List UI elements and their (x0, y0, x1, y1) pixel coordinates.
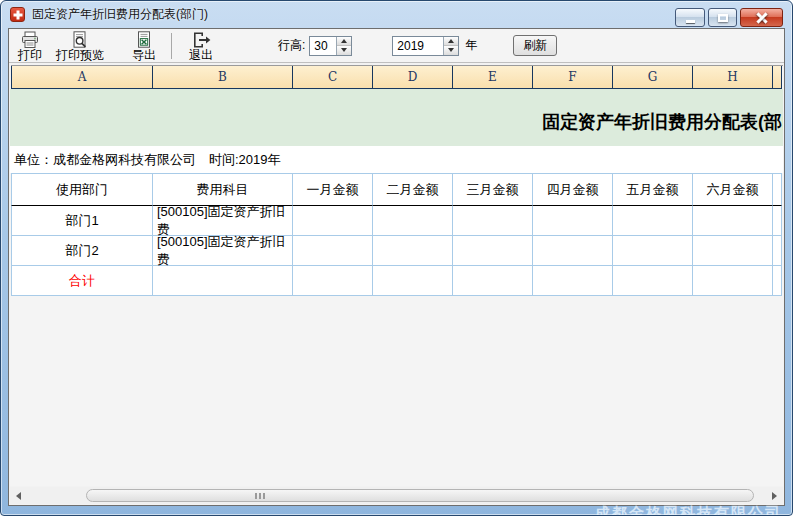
refresh-button[interactable]: 刷新 (513, 35, 557, 56)
total-account-cell[interactable] (153, 266, 293, 296)
page-magnifier-icon (70, 31, 90, 49)
down-arrow-icon (448, 48, 454, 52)
up-arrow-icon (448, 39, 454, 43)
dept-cell[interactable]: 部门2 (11, 236, 153, 266)
year-down-button[interactable] (444, 46, 458, 55)
exit-button[interactable]: 退出 (184, 29, 218, 62)
excel-page-icon (134, 31, 154, 49)
column-header-d[interactable]: D (373, 66, 453, 89)
amount-cell-partial[interactable] (773, 236, 782, 266)
print-button[interactable]: 打印 (13, 29, 47, 62)
watermark: 成都金格网科技有限公司 (595, 504, 782, 516)
spreadsheet: A B C D E F G H 固定资产年折旧费用分配表(部门) 单位：成都金格… (10, 65, 783, 486)
exit-label: 退出 (189, 49, 213, 61)
close-icon (755, 11, 768, 24)
scrollbar-track[interactable] (27, 487, 766, 504)
amount-cell[interactable] (693, 236, 773, 266)
total-amount-cell-partial[interactable] (773, 266, 782, 296)
account-cell[interactable]: [500105]固定资产折旧费 (153, 236, 293, 266)
header-month-3[interactable]: 三月金额 (453, 173, 533, 206)
amount-cell[interactable] (453, 236, 533, 266)
up-arrow-icon (341, 39, 347, 43)
arrow-exit-icon (190, 31, 212, 49)
header-month-4[interactable]: 四月金额 (533, 173, 613, 206)
export-button[interactable]: 导出 (127, 29, 161, 62)
table-row: 部门2 [500105]固定资产折旧费 (11, 236, 783, 266)
titlebar: 固定资产年折旧费用分配表(部门) (1, 1, 792, 28)
toolbar: 打印 打印预览 (9, 29, 784, 63)
total-amount-cell[interactable] (453, 266, 533, 296)
row-height-spinner (309, 36, 352, 56)
unit-line: 单位：成都金格网科技有限公司 时间:2019年 (10, 146, 783, 173)
row-height-down-button[interactable] (337, 46, 351, 55)
amount-cell[interactable] (533, 236, 613, 266)
amount-cell[interactable] (453, 206, 533, 236)
column-header-f[interactable]: F (533, 66, 613, 89)
amount-cell[interactable] (373, 236, 453, 266)
close-button[interactable] (740, 8, 783, 27)
total-amount-cell[interactable] (293, 266, 373, 296)
report-title-band: 固定资产年折旧费用分配表(部门) (10, 89, 783, 146)
horizontal-scrollbar (10, 487, 783, 504)
column-header-a[interactable]: A (11, 66, 153, 89)
row-height-input[interactable] (310, 37, 336, 55)
row-height-up-button[interactable] (337, 37, 351, 47)
column-header-h[interactable]: H (693, 66, 773, 89)
header-month-1[interactable]: 一月金额 (293, 173, 373, 206)
year-input[interactable] (393, 37, 443, 55)
column-header-g[interactable]: G (613, 66, 693, 89)
account-cell[interactable]: [500105]固定资产折旧费 (153, 206, 293, 236)
client-area: 打印 打印预览 (8, 28, 785, 506)
app-window: 固定资产年折旧费用分配表(部门) (0, 0, 793, 516)
print-preview-button[interactable]: 打印预览 (51, 29, 109, 62)
total-label-cell[interactable]: 合计 (11, 266, 153, 296)
report-title: 固定资产年折旧费用分配表(部门) (542, 110, 783, 134)
total-row: 合计 (11, 266, 783, 296)
header-month-6[interactable]: 六月金额 (693, 173, 773, 206)
header-account[interactable]: 费用科目 (153, 173, 293, 206)
export-label: 导出 (132, 49, 156, 61)
scroll-left-button[interactable] (10, 487, 27, 504)
row-height-spin-buttons (336, 37, 351, 55)
total-amount-cell[interactable] (693, 266, 773, 296)
minimize-button[interactable] (675, 8, 705, 27)
column-header-c[interactable]: C (293, 66, 373, 89)
amount-cell[interactable] (613, 236, 693, 266)
amount-cell[interactable] (373, 206, 453, 236)
column-header-b[interactable]: B (153, 66, 293, 89)
header-dept[interactable]: 使用部门 (11, 173, 153, 206)
header-month-5[interactable]: 五月金额 (613, 173, 693, 206)
amount-cell[interactable] (693, 206, 773, 236)
amount-cell[interactable] (613, 206, 693, 236)
column-header-e[interactable]: E (453, 66, 533, 89)
amount-cell[interactable] (293, 206, 373, 236)
total-amount-cell[interactable] (613, 266, 693, 296)
window-title: 固定资产年折旧费用分配表(部门) (32, 6, 208, 23)
window-controls (672, 8, 783, 27)
scroll-right-button[interactable] (766, 487, 783, 504)
amount-cell[interactable] (293, 236, 373, 266)
print-preview-label: 打印预览 (56, 49, 104, 61)
amount-cell[interactable] (533, 206, 613, 236)
maximize-button[interactable] (708, 8, 737, 27)
total-amount-cell[interactable] (533, 266, 613, 296)
minimize-icon (686, 20, 695, 23)
column-header-partial[interactable] (773, 66, 782, 89)
print-label: 打印 (18, 49, 42, 61)
column-header-row: A B C D E F G H (11, 65, 783, 89)
scrollbar-thumb[interactable] (86, 489, 754, 502)
total-amount-cell[interactable] (373, 266, 453, 296)
maximize-icon (718, 14, 728, 22)
header-month-2[interactable]: 二月金额 (373, 173, 453, 206)
header-partial[interactable] (773, 173, 782, 206)
app-icon[interactable] (10, 7, 25, 22)
down-arrow-icon (341, 48, 347, 52)
dept-cell[interactable]: 部门1 (11, 206, 153, 236)
left-arrow-icon (16, 492, 21, 500)
amount-cell-partial[interactable] (773, 206, 782, 236)
scrollbar-grip-icon (255, 493, 265, 499)
year-up-button[interactable] (444, 37, 458, 47)
right-arrow-icon (772, 492, 777, 500)
year-spinner (392, 36, 459, 56)
table-row: 部门1 [500105]固定资产折旧费 (11, 206, 783, 236)
